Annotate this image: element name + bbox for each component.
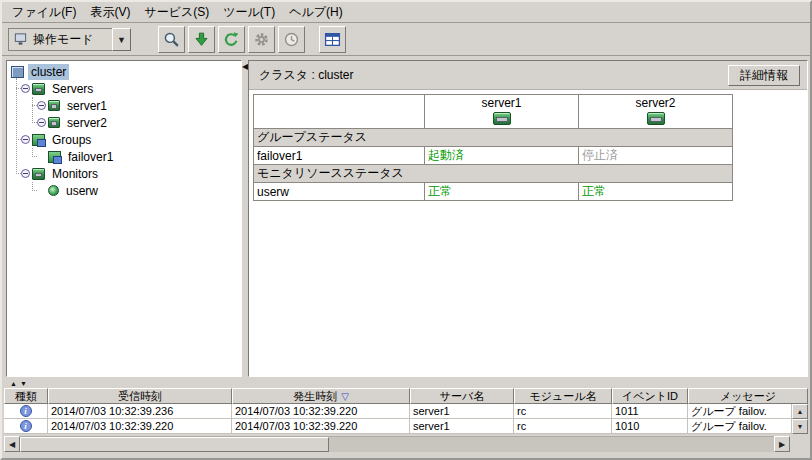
tree-connector-line — [32, 182, 33, 191]
tree-expand-handle[interactable] — [37, 101, 46, 110]
detail-panel: クラスタ : cluster 詳細情報 server1 server2 — [248, 60, 808, 377]
hscroll-thumb[interactable] — [20, 437, 329, 452]
apply-button[interactable] — [188, 26, 215, 53]
group-status-row[interactable]: failover1 起動済 停止済 — [254, 147, 733, 165]
event-table-header: 種類 受信時刻 発生時刻 ▽ サーバ名 モジュール名 イベントID メッセージ — [4, 388, 808, 404]
scroll-up-button[interactable]: ▲ — [792, 404, 808, 419]
event-received-cell: 2014/07/03 10:32:39.220 — [48, 419, 232, 434]
tree-item-label: server1 — [64, 98, 110, 114]
server-icon — [48, 100, 60, 111]
event-server-cell: server1 — [410, 419, 514, 434]
column-header-module-name[interactable]: モジュール名 — [514, 388, 612, 404]
splitter-collapse-down-icon[interactable]: ▼ — [20, 380, 27, 387]
settings-button[interactable] — [248, 26, 275, 53]
operation-mode-value: 操作モード — [33, 31, 94, 48]
tree-expand-handle[interactable] — [21, 135, 30, 144]
operation-mode-field[interactable]: 操作モード — [8, 28, 112, 51]
event-module-cell: rc — [514, 404, 612, 419]
server-name-label: server1 — [481, 96, 521, 110]
horizontal-scrollbar[interactable]: ◀ ▶ — [4, 436, 790, 452]
reload-button[interactable] — [218, 26, 245, 53]
tree-connector-line — [32, 148, 33, 157]
splitter-collapse-up-icon[interactable]: ▲ — [10, 380, 17, 387]
event-id-cell: 1010 — [612, 419, 688, 434]
time-button[interactable] — [278, 26, 305, 53]
tree-item-label: Monitors — [49, 166, 101, 182]
event-received-cell: 2014/07/03 10:32:39.236 — [48, 404, 232, 419]
server-icon — [493, 112, 511, 125]
menu-tool[interactable]: ツール(T) — [216, 2, 282, 23]
integrated-manager-button[interactable] — [319, 26, 346, 53]
menu-help[interactable]: ヘルプ(H) — [282, 2, 350, 23]
column-header-event-id[interactable]: イベントID — [612, 388, 688, 404]
event-vertical-scrollbar[interactable]: ▲ ▼ — [792, 404, 808, 434]
scroll-down-button[interactable]: ▼ — [792, 419, 808, 434]
tree-item-label: cluster — [28, 64, 69, 80]
scrollbar-corner — [790, 436, 808, 452]
column-header-received-time[interactable]: 受信時刻 — [48, 388, 232, 404]
tree-expand-handle[interactable] — [21, 84, 30, 93]
tree-item-servers[interactable]: Servers — [7, 80, 241, 97]
dropdown-arrow-icon[interactable]: ▼ — [112, 28, 131, 51]
column-header-server-name[interactable]: サーバ名 — [410, 388, 514, 404]
operation-mode-select[interactable]: 操作モード ▼ — [8, 28, 131, 51]
window-grid-icon — [324, 31, 341, 48]
section-label: グループステータス — [254, 129, 733, 147]
group-status-cell: 起動済 — [425, 147, 579, 165]
column-header-occurred-time[interactable]: 発生時刻 ▽ — [232, 388, 410, 404]
tree-item-cluster[interactable]: cluster — [7, 63, 241, 80]
event-module-cell: rc — [514, 419, 612, 434]
status-area: server1 server2 グループステータス failover1 起動済 … — [249, 90, 807, 376]
tree-panel: cluster Servers server1 server2 Groups — [6, 60, 242, 377]
monitor-status-cell: 正常 — [425, 183, 579, 201]
tree-item-monitors[interactable]: Monitors — [7, 165, 241, 182]
monitor-name-cell: userw — [254, 183, 425, 201]
tree-item-groups[interactable]: Groups — [7, 131, 241, 148]
sort-descending-icon: ▽ — [341, 391, 349, 402]
column-header-type[interactable]: 種類 — [4, 388, 48, 404]
search-button[interactable] — [158, 26, 185, 53]
tree-item-label: Servers — [49, 81, 96, 97]
failover-group-icon — [48, 151, 61, 163]
clock-icon — [283, 31, 300, 48]
column-header-message[interactable]: メッセージ — [688, 388, 808, 404]
download-arrow-icon — [193, 31, 210, 48]
event-row[interactable]: i 2014/07/03 10:32:39.220 2014/07/03 10:… — [4, 419, 808, 434]
server-icon — [48, 117, 60, 128]
tree-item-failover1[interactable]: failover1 — [7, 148, 241, 165]
event-type-cell: i — [4, 404, 48, 419]
tree-expand-handle[interactable] — [37, 118, 46, 127]
gear-icon — [253, 31, 270, 48]
menu-view[interactable]: 表示(V) — [83, 2, 137, 23]
cluster-manager-window: ファイル(F) 表示(V) サービス(S) ツール(T) ヘルプ(H) 操作モー… — [0, 0, 812, 460]
server1-column-header[interactable]: server1 — [425, 95, 579, 129]
menu-bar: ファイル(F) 表示(V) サービス(S) ツール(T) ヘルプ(H) — [2, 2, 810, 23]
group-status-section-row: グループステータス — [254, 129, 733, 147]
hscroll-track[interactable] — [20, 436, 774, 452]
horizontal-splitter[interactable]: ▲ ▼ — [4, 379, 808, 388]
tree-item-server1[interactable]: server1 — [7, 97, 241, 114]
monitor-status-cell: 正常 — [579, 183, 733, 201]
group-name-cell: failover1 — [254, 147, 425, 165]
tree-item-userw[interactable]: userw — [7, 182, 241, 199]
info-icon: i — [20, 405, 32, 417]
event-type-cell: i — [4, 419, 48, 434]
tree-item-server2[interactable]: server2 — [7, 114, 241, 131]
tree-connector-line — [16, 78, 17, 174]
monitor-status-row[interactable]: userw 正常 正常 — [254, 183, 733, 201]
event-id-cell: 1011 — [612, 404, 688, 419]
server2-column-header[interactable]: server2 — [579, 95, 733, 129]
menu-file[interactable]: ファイル(F) — [5, 2, 83, 23]
scroll-right-button[interactable]: ▶ — [774, 436, 790, 452]
menu-service[interactable]: サービス(S) — [137, 2, 216, 23]
event-occurred-cell: 2014/07/03 10:32:39.220 — [232, 419, 410, 434]
status-corner-cell — [254, 95, 425, 129]
event-row[interactable]: i 2014/07/03 10:32:39.236 2014/07/03 10:… — [4, 404, 808, 419]
refresh-icon — [223, 31, 240, 48]
tree-expand-handle[interactable] — [21, 169, 30, 178]
event-occurred-cell: 2014/07/03 10:32:39.220 — [232, 404, 410, 419]
scroll-left-button[interactable]: ◀ — [4, 436, 20, 452]
section-label: モニタリソースステータス — [254, 165, 733, 183]
operation-mode-icon — [13, 32, 28, 47]
detail-info-button[interactable]: 詳細情報 — [728, 65, 800, 86]
